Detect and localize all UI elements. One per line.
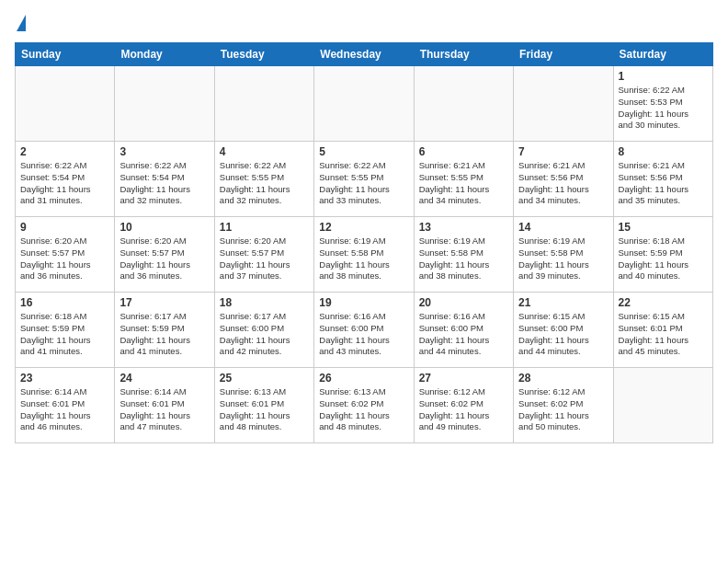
calendar-week-row: 16Sunrise: 6:18 AM Sunset: 5:59 PM Dayli… xyxy=(16,293,713,368)
calendar-week-row: 23Sunrise: 6:14 AM Sunset: 6:01 PM Dayli… xyxy=(16,368,713,443)
column-header-friday: Friday xyxy=(514,43,613,66)
day-number: 13 xyxy=(419,221,508,234)
calendar-cell: 3Sunrise: 6:22 AM Sunset: 5:54 PM Daylig… xyxy=(115,142,214,217)
calendar-cell: 16Sunrise: 6:18 AM Sunset: 5:59 PM Dayli… xyxy=(16,293,115,368)
column-header-wednesday: Wednesday xyxy=(314,43,414,66)
column-header-saturday: Saturday xyxy=(613,43,712,66)
day-number: 3 xyxy=(119,145,209,158)
day-number: 22 xyxy=(619,296,708,309)
day-number: 9 xyxy=(20,221,109,234)
column-header-monday: Monday xyxy=(115,43,214,66)
day-number: 4 xyxy=(220,145,309,158)
calendar-cell: 23Sunrise: 6:14 AM Sunset: 6:01 PM Dayli… xyxy=(16,368,115,443)
day-info: Sunrise: 6:21 AM Sunset: 5:56 PM Dayligh… xyxy=(518,160,608,207)
calendar-week-row: 9Sunrise: 6:20 AM Sunset: 5:57 PM Daylig… xyxy=(16,217,713,293)
calendar-cell: 26Sunrise: 6:13 AM Sunset: 6:02 PM Dayli… xyxy=(314,368,414,443)
calendar-cell: 12Sunrise: 6:19 AM Sunset: 5:58 PM Dayli… xyxy=(314,217,414,293)
day-number: 15 xyxy=(619,221,708,234)
calendar-table: SundayMondayTuesdayWednesdayThursdayFrid… xyxy=(15,42,713,443)
day-info: Sunrise: 6:16 AM Sunset: 6:00 PM Dayligh… xyxy=(319,311,408,358)
day-info: Sunrise: 6:18 AM Sunset: 5:59 PM Dayligh… xyxy=(20,311,109,358)
day-info: Sunrise: 6:17 AM Sunset: 5:59 PM Dayligh… xyxy=(119,311,209,358)
calendar-cell: 7Sunrise: 6:21 AM Sunset: 5:56 PM Daylig… xyxy=(514,142,613,217)
day-info: Sunrise: 6:16 AM Sunset: 6:00 PM Dayligh… xyxy=(419,311,508,358)
calendar-cell xyxy=(613,368,712,443)
calendar-cell: 27Sunrise: 6:12 AM Sunset: 6:02 PM Dayli… xyxy=(414,368,513,443)
column-header-tuesday: Tuesday xyxy=(214,43,313,66)
calendar-cell xyxy=(314,66,414,142)
day-info: Sunrise: 6:22 AM Sunset: 5:54 PM Dayligh… xyxy=(20,160,109,207)
day-info: Sunrise: 6:15 AM Sunset: 6:01 PM Dayligh… xyxy=(619,311,708,358)
day-info: Sunrise: 6:22 AM Sunset: 5:54 PM Dayligh… xyxy=(119,160,209,207)
day-number: 28 xyxy=(518,372,608,385)
day-number: 21 xyxy=(518,296,608,309)
calendar-cell xyxy=(514,66,613,142)
day-info: Sunrise: 6:19 AM Sunset: 5:58 PM Dayligh… xyxy=(518,236,608,282)
calendar-cell: 20Sunrise: 6:16 AM Sunset: 6:00 PM Dayli… xyxy=(414,293,513,368)
calendar-cell: 24Sunrise: 6:14 AM Sunset: 6:01 PM Dayli… xyxy=(115,368,214,443)
day-number: 17 xyxy=(119,296,209,309)
calendar-cell: 6Sunrise: 6:21 AM Sunset: 5:55 PM Daylig… xyxy=(414,142,513,217)
day-info: Sunrise: 6:12 AM Sunset: 6:02 PM Dayligh… xyxy=(518,386,608,433)
day-info: Sunrise: 6:15 AM Sunset: 6:00 PM Dayligh… xyxy=(518,311,608,358)
day-number: 8 xyxy=(619,145,708,158)
calendar-cell: 8Sunrise: 6:21 AM Sunset: 5:56 PM Daylig… xyxy=(613,142,712,217)
day-number: 2 xyxy=(20,145,109,158)
logo xyxy=(15,15,26,31)
day-number: 23 xyxy=(20,372,109,385)
day-number: 11 xyxy=(220,221,309,234)
calendar-cell: 14Sunrise: 6:19 AM Sunset: 5:58 PM Dayli… xyxy=(514,217,613,293)
calendar-week-row: 1Sunrise: 6:22 AM Sunset: 5:53 PM Daylig… xyxy=(16,66,713,142)
calendar-cell: 21Sunrise: 6:15 AM Sunset: 6:00 PM Dayli… xyxy=(514,293,613,368)
day-number: 27 xyxy=(419,372,508,385)
day-info: Sunrise: 6:21 AM Sunset: 5:56 PM Dayligh… xyxy=(619,160,708,207)
day-info: Sunrise: 6:21 AM Sunset: 5:55 PM Dayligh… xyxy=(419,160,508,207)
calendar-cell: 15Sunrise: 6:18 AM Sunset: 5:59 PM Dayli… xyxy=(613,217,712,293)
calendar-cell: 13Sunrise: 6:19 AM Sunset: 5:58 PM Dayli… xyxy=(414,217,513,293)
calendar-cell: 25Sunrise: 6:13 AM Sunset: 6:01 PM Dayli… xyxy=(214,368,313,443)
day-number: 16 xyxy=(20,296,109,309)
day-number: 12 xyxy=(319,221,408,234)
day-number: 26 xyxy=(319,372,408,385)
day-number: 25 xyxy=(220,372,309,385)
day-info: Sunrise: 6:20 AM Sunset: 5:57 PM Dayligh… xyxy=(20,236,109,282)
calendar-cell: 5Sunrise: 6:22 AM Sunset: 5:55 PM Daylig… xyxy=(314,142,414,217)
day-info: Sunrise: 6:14 AM Sunset: 6:01 PM Dayligh… xyxy=(119,386,209,433)
calendar-cell: 28Sunrise: 6:12 AM Sunset: 6:02 PM Dayli… xyxy=(514,368,613,443)
column-header-thursday: Thursday xyxy=(414,43,513,66)
day-info: Sunrise: 6:13 AM Sunset: 6:01 PM Dayligh… xyxy=(220,386,309,433)
calendar-cell: 10Sunrise: 6:20 AM Sunset: 5:57 PM Dayli… xyxy=(115,217,214,293)
day-number: 10 xyxy=(119,221,209,234)
calendar-cell: 17Sunrise: 6:17 AM Sunset: 5:59 PM Dayli… xyxy=(115,293,214,368)
calendar-cell: 18Sunrise: 6:17 AM Sunset: 6:00 PM Dayli… xyxy=(214,293,313,368)
day-info: Sunrise: 6:20 AM Sunset: 5:57 PM Dayligh… xyxy=(119,236,209,282)
day-info: Sunrise: 6:19 AM Sunset: 5:58 PM Dayligh… xyxy=(419,236,508,282)
calendar-cell: 1Sunrise: 6:22 AM Sunset: 5:53 PM Daylig… xyxy=(613,66,712,142)
day-info: Sunrise: 6:13 AM Sunset: 6:02 PM Dayligh… xyxy=(319,386,408,433)
calendar-cell: 2Sunrise: 6:22 AM Sunset: 5:54 PM Daylig… xyxy=(16,142,115,217)
column-header-sunday: Sunday xyxy=(16,43,115,66)
day-number: 20 xyxy=(419,296,508,309)
calendar-cell: 11Sunrise: 6:20 AM Sunset: 5:57 PM Dayli… xyxy=(214,217,313,293)
calendar-cell xyxy=(16,66,115,142)
day-info: Sunrise: 6:12 AM Sunset: 6:02 PM Dayligh… xyxy=(419,386,508,433)
calendar-header-row: SundayMondayTuesdayWednesdayThursdayFrid… xyxy=(16,43,713,66)
day-number: 6 xyxy=(419,145,508,158)
day-number: 24 xyxy=(119,372,209,385)
day-info: Sunrise: 6:19 AM Sunset: 5:58 PM Dayligh… xyxy=(319,236,408,282)
day-info: Sunrise: 6:14 AM Sunset: 6:01 PM Dayligh… xyxy=(20,386,109,433)
calendar-cell xyxy=(214,66,313,142)
calendar-cell xyxy=(115,66,214,142)
page-header xyxy=(15,15,713,31)
day-info: Sunrise: 6:22 AM Sunset: 5:53 PM Dayligh… xyxy=(619,85,708,132)
calendar-cell xyxy=(414,66,513,142)
day-info: Sunrise: 6:20 AM Sunset: 5:57 PM Dayligh… xyxy=(220,236,309,282)
day-info: Sunrise: 6:22 AM Sunset: 5:55 PM Dayligh… xyxy=(220,160,309,207)
calendar-cell: 9Sunrise: 6:20 AM Sunset: 5:57 PM Daylig… xyxy=(16,217,115,293)
calendar-week-row: 2Sunrise: 6:22 AM Sunset: 5:54 PM Daylig… xyxy=(16,142,713,217)
day-number: 19 xyxy=(319,296,408,309)
day-number: 18 xyxy=(220,296,309,309)
day-number: 14 xyxy=(518,221,608,234)
day-info: Sunrise: 6:22 AM Sunset: 5:55 PM Dayligh… xyxy=(319,160,408,207)
day-number: 7 xyxy=(518,145,608,158)
